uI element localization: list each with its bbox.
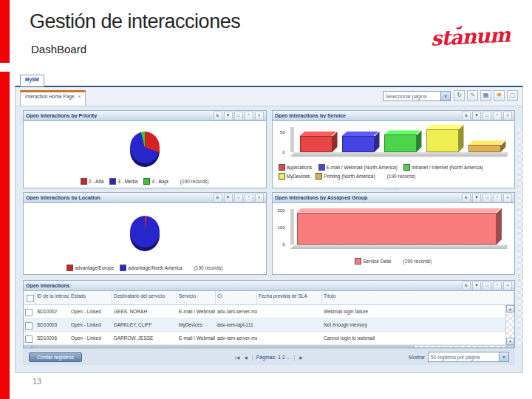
close-icon[interactable]: × [255,112,264,120]
bar-e-mail-webmail-north-america-[interactable] [342,136,375,152]
table-cell: adv-ram-server-mail [216,305,257,318]
location-pie-chart[interactable] [24,203,266,263]
table-row[interactable]: SD10003Open - LinkedDARKLEY, CLIFFMyDevi… [24,318,514,332]
panel-header[interactable]: Open Interactions by Priority E▼□^× [24,111,266,121]
bar-applications[interactable] [300,136,332,152]
legend-swatch [143,178,150,185]
close-icon[interactable]: × [503,112,512,120]
column-header[interactable]: Destinatario del servicio [112,291,177,304]
dashboard-tab-bar: Interaction Home Page × Seleccionar pági… [16,87,522,106]
close-icon[interactable]: × [503,282,512,290]
column-header[interactable]: Fecha prevista de SLA [257,291,322,304]
page-numbers[interactable]: 1 2 ... [278,355,291,360]
bar-mydevices[interactable] [426,129,459,152]
service-bar-chart[interactable]: 500 [273,121,515,160]
dashboard-scroll-track[interactable] [518,129,523,344]
scroll-right-icon[interactable]: ▶ [506,346,514,347]
table-cell: DARKLEY, CLIFF [112,318,177,331]
column-header[interactable]: Título [322,291,514,304]
slide-title: Gestión de interacciones [30,10,240,33]
filter-icon[interactable]: ▼ [472,282,481,290]
edit-page-icon[interactable]: ✎ [467,90,478,101]
chart-floor [290,245,509,249]
bar-service-desk[interactable] [297,213,497,245]
close-icon[interactable]: × [503,194,512,202]
panel-open-interactions-by-location: Open Interactions by Location E▼□^× adva… [23,192,267,275]
panel-splitters: ····· [23,275,515,279]
export-icon[interactable]: E [462,194,471,202]
table-cell: MyDevices [177,318,216,331]
column-header[interactable]: Estado [69,291,112,304]
collapse-icon[interactable]: ^ [245,194,253,202]
row-checkbox[interactable] [25,335,33,343]
column-header[interactable]: ID de la interac [35,291,69,304]
export-icon[interactable]: E [462,112,471,120]
row-checkbox[interactable] [25,309,33,316]
select-all-checkbox[interactable] [27,295,34,302]
table-cell: SD10006 [35,332,69,344]
column-header[interactable]: Servicio [177,291,216,304]
close-icon[interactable]: × [255,194,264,202]
panel-header[interactable]: Open Interactions by Assigned Group E▼□^… [273,193,515,203]
legend-item: 2 - Alta [81,178,103,185]
blank-page-icon[interactable]: ▢ [507,90,518,101]
panel-header[interactable]: Open Interactions by Location E▼□^× [24,193,266,203]
collapse-icon[interactable]: ^ [245,112,253,120]
refresh-icon[interactable]: ↻ [454,90,465,101]
scroll-down-icon[interactable]: ▼ [506,338,514,345]
restore-icon[interactable]: □ [482,194,491,202]
filter-icon[interactable]: ▼ [472,112,481,120]
restore-icon[interactable]: □ [234,194,243,202]
y-axis-tick: 100 [277,225,284,230]
filter-icon[interactable]: ▼ [472,194,481,202]
export-icon[interactable]: E [214,112,222,120]
export-icon[interactable]: E [214,194,222,202]
table-row[interactable]: SD10006Open - LinkedDARROW, JESSEE-mail … [24,332,514,345]
table-cell: E-mail / Webmail (Nort [177,305,216,318]
tab-label: Interaction Home Page [25,94,74,99]
grid-layout-icon[interactable]: ▦ [480,90,491,101]
table-cell: E-mail / Webmail (Nort [177,332,216,344]
table-cell: SD10003 [35,318,69,331]
legend-swatch [318,164,325,171]
assigned-group-bar-chart[interactable]: 2001000 [273,203,515,252]
panel-header[interactable]: Open Interactions by Service E▼□^× [273,111,515,121]
page-selector-dropdown[interactable]: Seleccionar página ▼ [383,91,451,101]
scroll-up-icon[interactable]: ▲ [506,305,514,313]
restore-icon[interactable]: □ [482,282,491,290]
table-footer-bar: Contar registros |◀ ◀ | Páginas: 1 2 ...… [23,348,515,365]
legend-label: Intranet / Internet (North America) [412,165,483,170]
column-header[interactable]: CI [216,291,257,304]
scrollbar-thumb[interactable] [32,346,415,347]
panel-header[interactable]: Open Interactions E▼□^× [24,281,514,291]
row-select-cell [24,305,35,318]
bar-intranet-internet-north-america-[interactable] [384,134,417,152]
restore-icon[interactable]: □ [234,112,243,120]
tab-close-icon[interactable]: × [78,94,81,99]
filter-icon[interactable]: ▼ [224,112,233,120]
scroll-left-icon[interactable]: ◀ [24,346,32,347]
legend-label: E-mail / Webmail (North America) [327,165,398,170]
tab-mysm[interactable]: MySM [20,75,44,86]
row-checkbox[interactable] [25,322,33,330]
priority-pie-chart[interactable] [24,121,266,177]
panel-header-icons: E▼□^× [214,112,264,120]
chevron-down-icon[interactable]: ▼ [440,92,450,100]
dashboard-window: Interaction Home Page × Seleccionar pági… [15,86,523,373]
first-page-icon[interactable]: |◀ [235,355,239,360]
restore-icon[interactable]: □ [482,112,491,120]
collapse-icon[interactable]: ^ [493,112,502,120]
export-icon[interactable]: E [462,282,471,290]
tab-interaction-home-page[interactable]: Interaction Home Page × [20,90,86,106]
next-page-icon[interactable]: ▶ [299,355,303,360]
collapse-icon[interactable]: ^ [493,282,502,290]
new-page-icon[interactable]: ✱ [494,90,505,101]
filter-icon[interactable]: ▼ [224,194,233,202]
prev-page-icon[interactable]: ◀ [244,355,248,360]
bar-printing-north-america-[interactable] [468,145,501,152]
collapse-icon[interactable]: ^ [493,194,502,202]
splitter-handle[interactable]: ····· [262,275,276,279]
table-row[interactable]: SD10002Open - LinkedGEES, NORAHE-mail / … [24,305,514,318]
table-horizontal-scrollbar[interactable]: ◀ ▶ [24,345,514,347]
table-vertical-scrollbar[interactable]: ▲ ▼ [505,305,514,345]
